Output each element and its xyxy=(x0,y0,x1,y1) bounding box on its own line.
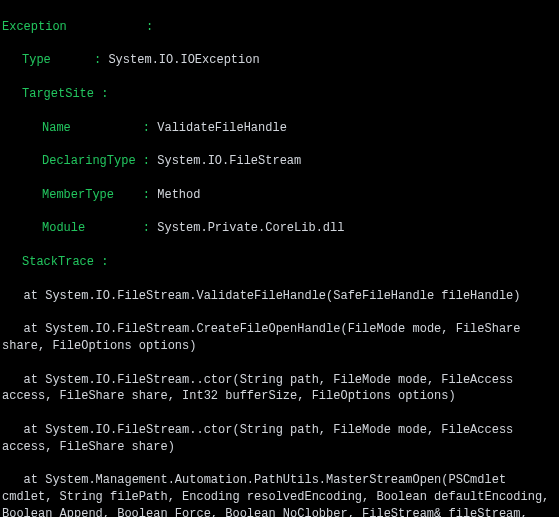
error-output: Exception : Type : System.IO.IOException… xyxy=(0,0,559,517)
key-targetsite: TargetSite xyxy=(22,87,94,101)
stacktrace-line: at System.IO.FileStream..ctor(String pat… xyxy=(2,422,557,456)
stacktrace-colon: : xyxy=(101,255,108,269)
row-membertype: MemberType : Method xyxy=(2,187,557,204)
key-stacktrace: StackTrace xyxy=(22,255,94,269)
row-module: Module : System.Private.CoreLib.dll xyxy=(2,220,557,237)
row-declaringtype: DeclaringType : System.IO.FileStream xyxy=(2,153,557,170)
val-name: ValidateFileHandle xyxy=(157,121,287,135)
stacktrace-line: at System.IO.FileStream.ValidateFileHand… xyxy=(2,288,557,305)
val-module: System.Private.CoreLib.dll xyxy=(157,221,344,235)
key-module: Module xyxy=(42,221,85,235)
row-targetsite: TargetSite : xyxy=(2,86,557,103)
row-name: Name : ValidateFileHandle xyxy=(2,120,557,137)
key-membertype: MemberType xyxy=(42,188,114,202)
stacktrace-line: at System.Management.Automation.PathUtil… xyxy=(2,472,557,517)
key-exception: Exception xyxy=(2,20,67,34)
key-type: Type xyxy=(22,53,51,67)
key-name: Name xyxy=(42,121,71,135)
row-stacktrace: StackTrace : xyxy=(2,254,557,271)
stacktrace-line: at System.IO.FileStream.CreateFileOpenHa… xyxy=(2,321,557,355)
key-declaringtype: DeclaringType xyxy=(42,154,136,168)
val-membertype: Method xyxy=(157,188,200,202)
colon: : xyxy=(146,20,153,34)
val-type: System.IO.IOException xyxy=(108,53,259,67)
stacktrace-line: at System.IO.FileStream..ctor(String pat… xyxy=(2,372,557,406)
row-type: Type : System.IO.IOException xyxy=(2,52,557,69)
val-declaringtype: System.IO.FileStream xyxy=(157,154,301,168)
exception-header: Exception : xyxy=(2,19,557,36)
